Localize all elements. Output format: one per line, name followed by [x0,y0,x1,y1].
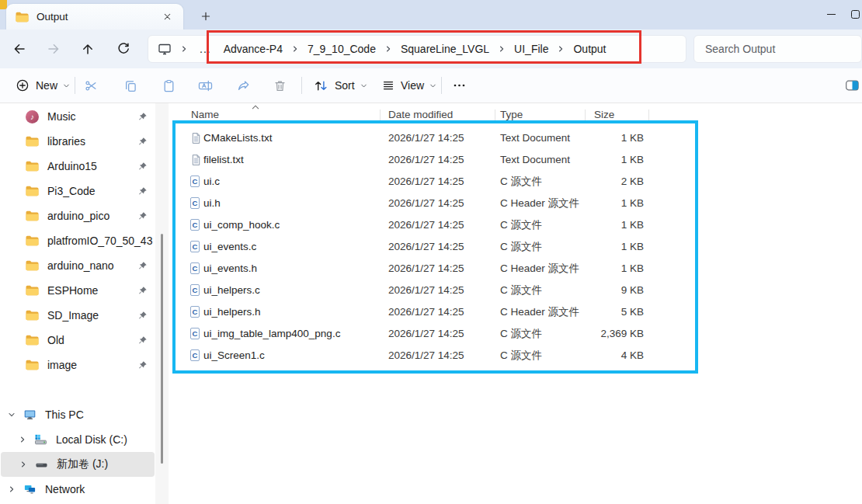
window-controls [814,0,862,30]
file-row[interactable]: C ui_helpers.c 2026/1/27 14:25 C 源文件 9 K… [169,280,697,301]
sidebar-tree-item-disk[interactable]: 新加卷 (J:) [1,452,155,477]
minimize-button[interactable] [814,0,848,28]
file-date-modified: 2026/1/27 14:25 [388,236,464,258]
delete-button[interactable] [266,73,293,98]
sidebar-item-old[interactable]: Old [0,328,155,353]
breadcrumb-item[interactable]: SquareLine_LVGL [395,40,508,58]
view-button-label: View [401,79,424,92]
address-bar[interactable]: ... Advance-P4 7_9_10_Code SquareLine_LV… [148,35,686,63]
chevron-right-icon[interactable] [19,460,28,469]
sidebar-item-label: Network [45,483,85,495]
file-row[interactable]: C ui.c 2026/1/27 14:25 C 源文件 2 KB [169,171,697,193]
breadcrumb-item[interactable]: 7_9_10_Code [301,40,395,58]
breadcrumb-item-label[interactable]: SquareLine_LVGL [395,40,495,58]
breadcrumb-item-label[interactable]: Advance-P4 [217,40,289,58]
column-divider[interactable] [585,109,586,123]
file-pane: Name Date modified Type Size CMakeLists.… [169,103,862,504]
breadcrumb-item[interactable]: Output [567,40,612,58]
breadcrumb-overflow[interactable]: ... [193,43,217,55]
sidebar-item-platfromio_70_50_43[interactable]: platfromIO_70_50_43 [0,228,155,253]
c-source-file-icon: C [190,349,200,361]
breadcrumb-item-label[interactable]: UI_File [508,40,554,58]
new-button[interactable]: New [9,73,77,98]
disk-icon [35,458,48,471]
file-row[interactable]: C ui.h 2026/1/27 14:25 C Header 源文件 1 KB [169,193,697,214]
column-divider[interactable] [495,109,495,123]
file-row[interactable]: C ui_events.c 2026/1/27 14:25 C 源文件 1 KB [169,236,697,258]
forward-icon [47,42,61,56]
tab-close-icon[interactable] [158,9,176,26]
scrollbar-thumb[interactable] [161,234,163,464]
details-pane-toggle[interactable] [839,73,862,98]
column-header-name[interactable]: Name [191,109,219,120]
more-options-button[interactable] [446,73,472,98]
c-source-file-icon: C [190,176,200,187]
folder-icon [26,210,39,221]
cut-button[interactable] [78,73,104,98]
breadcrumb-item[interactable]: Advance-P4 [217,40,301,58]
refresh-button[interactable] [111,36,136,61]
share-button[interactable] [230,73,256,98]
sidebar-item-label: Arduino15 [47,160,97,172]
sidebar-item-image[interactable]: image [0,353,155,377]
chevron-right-icon[interactable] [18,435,27,444]
copy-button[interactable] [117,73,144,98]
column-header-date[interactable]: Date modified [388,109,453,120]
file-row[interactable]: C ui_helpers.h 2026/1/27 14:25 C Header … [169,301,697,323]
column-header-type[interactable]: Type [500,109,523,120]
file-row[interactable]: CMakeLists.txt 2026/1/27 14:25 Text Docu… [169,127,697,149]
c-source-file-icon: C [190,262,200,274]
sidebar-item-label: Pi3_Code [47,185,96,197]
rename-button[interactable] [192,73,218,98]
back-button[interactable] [7,36,32,61]
column-header-size[interactable]: Size [594,109,614,120]
up-button[interactable] [75,36,100,61]
sidebar-item-arduino15[interactable]: Arduino15 [0,154,155,179]
c-source-file-icon: C [190,219,200,231]
breadcrumb-item-label[interactable]: Output [567,40,612,58]
maximize-button[interactable] [848,0,862,28]
column-divider[interactable] [648,109,649,123]
breadcrumb-item[interactable]: UI_File [508,40,567,58]
file-date-modified: 2026/1/27 14:25 [388,258,464,280]
view-lines-icon [382,79,395,92]
file-row[interactable]: C ui_Screen1.c 2026/1/27 14:25 C 源文件 4 K… [169,345,697,367]
sidebar-item-arduino_pico[interactable]: arduino_pico [0,203,155,228]
sidebar-item-pi3_code[interactable]: Pi3_Code [0,179,155,203]
file-row[interactable]: C ui_img_table_lamp400_png.c 2026/1/27 1… [169,323,697,345]
file-size: 1 KB [579,214,644,236]
folder-icon [26,235,39,246]
chevron-down-icon[interactable] [7,410,16,419]
sidebar-item-music[interactable]: ♪ Music [0,104,155,129]
file-row[interactable]: C ui_comp_hook.c 2026/1/27 14:25 C 源文件 1… [169,214,697,236]
main-area: ♪ Music libraries Arduino15 Pi3_Code ard… [0,103,862,504]
sort-button-label: Sort [335,79,355,92]
sort-button[interactable]: Sort [308,73,374,98]
sidebar-item-esphome[interactable]: ESPHome [0,278,155,303]
file-size: 1 KB [579,193,644,214]
sidebar-item-libraries[interactable]: libraries [0,129,155,154]
sidebar-scrollbar[interactable] [155,103,169,504]
search-input[interactable] [694,36,861,62]
sidebar-tree-item-diskwin[interactable]: Local Disk (C:) [0,427,155,452]
sidebar-item-arduino_nano[interactable]: arduino_nano [0,253,155,278]
file-size: 1 KB [579,236,644,258]
explorer-tab-output[interactable]: Output [6,4,183,30]
file-row[interactable]: C ui_events.h 2026/1/27 14:25 C Header 源… [169,258,697,280]
sidebar-tree-item-thispc[interactable]: This PC [0,402,155,427]
file-row[interactable]: filelist.txt 2026/1/27 14:25 Text Docume… [169,149,697,171]
pin-icon [137,335,148,346]
column-divider[interactable] [380,109,381,123]
breadcrumb-item-label[interactable]: 7_9_10_Code [301,40,382,58]
search-box[interactable] [693,35,862,63]
forward-button[interactable] [41,36,66,61]
file-name: CMakeLists.txt [203,127,273,149]
sidebar-tree-item-network[interactable]: Network [0,477,155,502]
paste-button[interactable] [155,73,182,98]
sidebar-item-sd_image[interactable]: SD_Image [0,303,155,328]
new-tab-button[interactable] [196,7,216,26]
view-button[interactable]: View [376,73,443,98]
file-name: ui_helpers.h [203,301,261,323]
diskwin-icon [34,433,47,446]
chevron-right-icon[interactable] [7,485,16,494]
